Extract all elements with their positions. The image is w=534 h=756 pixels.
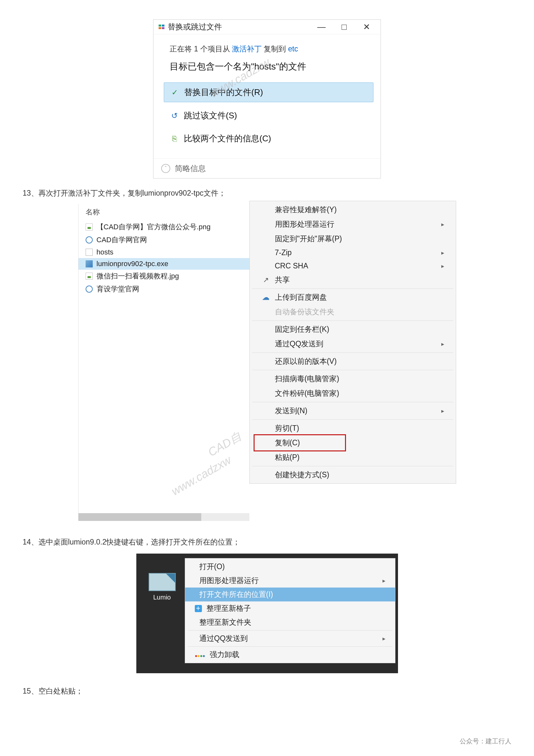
- menu-item-gpu[interactable]: 用图形处理器运行: [250, 217, 456, 231]
- list-item[interactable]: 【CAD自学网】官方微信公众号.png: [79, 221, 249, 233]
- menu-separator: [188, 646, 393, 647]
- menu-item-shred[interactable]: 文件粉碎(电脑管家): [250, 386, 456, 401]
- menu-item-paste[interactable]: 粘贴(P): [250, 450, 456, 465]
- dots-icon: [195, 650, 205, 659]
- maximize-button[interactable]: □: [339, 22, 349, 32]
- column-header-name[interactable]: 名称: [79, 204, 249, 221]
- option-replace[interactable]: ✓ 替换目标中的文件(R): [164, 82, 373, 102]
- copy-progress-line: 正在将 1 个项目从 激活补丁 复制到 etc: [169, 44, 368, 54]
- dialog-titlebar: 替换或跳过文件 — □ ✕: [153, 20, 381, 34]
- dialog-title: 替换或跳过文件: [168, 22, 317, 32]
- menu-item-taskbar[interactable]: 固定到任务栏(K): [250, 322, 456, 337]
- option-compare[interactable]: ⎘ 比较两个文件的信息(C): [164, 129, 373, 148]
- menu-item-backup: 自动备份该文件夹: [250, 305, 456, 319]
- list-item-selected[interactable]: lumionprov902-tpc.exe: [79, 258, 249, 270]
- menu-item-open-file-location[interactable]: 打开文件所在的位置(I): [185, 587, 395, 602]
- menu-item-7zip[interactable]: 7-Zip: [250, 246, 456, 259]
- explorer-with-context-menu: 名称 【CAD自学网】官方微信公众号.png CAD自学网官网 hosts lu…: [78, 204, 456, 527]
- menu-item-folder[interactable]: 整理至新文件夹: [185, 615, 395, 629]
- desktop-shortcut-label: Lumio: [153, 594, 170, 601]
- step-14: 14、选中桌面lumion9.0.2快捷键右键，选择打开文件所在的位置；: [23, 537, 511, 547]
- option-skip[interactable]: ↺ 跳过该文件(S): [164, 106, 373, 125]
- menu-item-baidu[interactable]: ☁上传到百度网盘: [250, 290, 456, 305]
- dialog-footer[interactable]: ˆ 简略信息: [153, 158, 381, 178]
- baidu-icon: ☁: [261, 293, 270, 302]
- plus-icon: +: [195, 605, 202, 612]
- menu-separator: [252, 419, 453, 420]
- replace-dialog: 替换或跳过文件 — □ ✕ 正在将 1 个项目从 激活补丁 复制到 etc 目标…: [153, 19, 381, 178]
- file-list: 名称 【CAD自学网】官方微信公众号.png CAD自学网官网 hosts lu…: [78, 204, 249, 521]
- list-item[interactable]: 育设学堂官网: [79, 283, 249, 296]
- desktop-shortcut-lumion[interactable]: Lumio: [143, 573, 182, 601]
- share-icon: ↗: [261, 276, 270, 284]
- menu-separator: [252, 352, 453, 353]
- menu-item-share[interactable]: ↗共享: [250, 273, 456, 287]
- list-item[interactable]: CAD自学网官网: [79, 233, 249, 246]
- menu-item-copy[interactable]: 复制(C): [250, 436, 456, 450]
- dest-link[interactable]: etc: [288, 45, 298, 53]
- context-menu: 打开(O) 用图形处理器运行 打开文件所在的位置(I) +整理至新格子 整理至新…: [185, 558, 395, 663]
- menu-item-uninstall[interactable]: 强力卸载: [185, 648, 395, 662]
- menu-item-qq[interactable]: 通过QQ发送到: [185, 632, 395, 645]
- page-footer: 公众号：建工行人: [460, 737, 511, 746]
- minimize-button[interactable]: —: [317, 22, 326, 32]
- menu-separator: [252, 320, 453, 321]
- menu-item-restore[interactable]: 还原以前的版本(V): [250, 354, 456, 369]
- menu-item-sendto[interactable]: 发送到(N): [250, 404, 456, 418]
- menu-item-compat[interactable]: 兼容性疑难解答(Y): [250, 202, 456, 217]
- menu-item-shortcut[interactable]: 创建快捷方式(S): [250, 468, 456, 482]
- menu-item-qq[interactable]: 通过QQ发送到: [250, 337, 456, 351]
- horizontal-scrollbar[interactable]: [79, 513, 249, 521]
- context-menu: 兼容性疑难解答(Y) 用图形处理器运行 固定到"开始"屏幕(P) 7-Zip C…: [249, 201, 456, 484]
- app-icon: [149, 573, 176, 591]
- menu-item-open[interactable]: 打开(O): [185, 560, 395, 574]
- exe-file-icon: [86, 260, 93, 267]
- undo-icon: ↺: [169, 111, 179, 120]
- menu-separator: [252, 402, 453, 402]
- app-icon: [159, 25, 165, 29]
- url-file-icon: [86, 236, 93, 243]
- compare-icon: ⎘: [169, 134, 179, 143]
- image-file-icon: [86, 224, 93, 230]
- details-toggle-label: 简略信息: [175, 163, 206, 174]
- desktop-with-context-menu: Lumio 打开(O) 用图形处理器运行 打开文件所在的位置(I) +整理至新格…: [136, 554, 398, 673]
- menu-separator: [252, 370, 453, 370]
- check-icon: ✓: [170, 88, 180, 97]
- conflict-headline: 目标已包含一个名为"hosts"的文件: [169, 61, 368, 73]
- list-item[interactable]: 微信扫一扫看视频教程.jpg: [79, 270, 249, 283]
- close-button[interactable]: ✕: [362, 22, 371, 32]
- list-item[interactable]: hosts: [79, 246, 249, 258]
- menu-separator: [252, 288, 453, 289]
- menu-separator: [252, 466, 453, 466]
- file-icon: [86, 249, 93, 256]
- menu-item-crc[interactable]: CRC SHA: [250, 259, 456, 273]
- menu-item-pin-start[interactable]: 固定到"开始"屏幕(P): [250, 231, 456, 246]
- image-file-icon: [86, 273, 93, 280]
- step-13: 13、再次打开激活补丁文件夹，复制lumionprov902-tpc文件；: [23, 188, 511, 198]
- menu-separator: [188, 630, 393, 631]
- chevron-up-icon: ˆ: [161, 164, 170, 173]
- menu-item-scan[interactable]: 扫描病毒(电脑管家): [250, 371, 456, 386]
- url-file-icon: [86, 285, 93, 293]
- step-15: 15、空白处粘贴；: [23, 686, 511, 696]
- menu-item-gpu[interactable]: 用图形处理器运行: [185, 574, 395, 587]
- source-link[interactable]: 激活补丁: [232, 45, 262, 53]
- menu-item-cut[interactable]: 剪切(T): [250, 421, 456, 436]
- menu-item-grid[interactable]: +整理至新格子: [185, 602, 395, 615]
